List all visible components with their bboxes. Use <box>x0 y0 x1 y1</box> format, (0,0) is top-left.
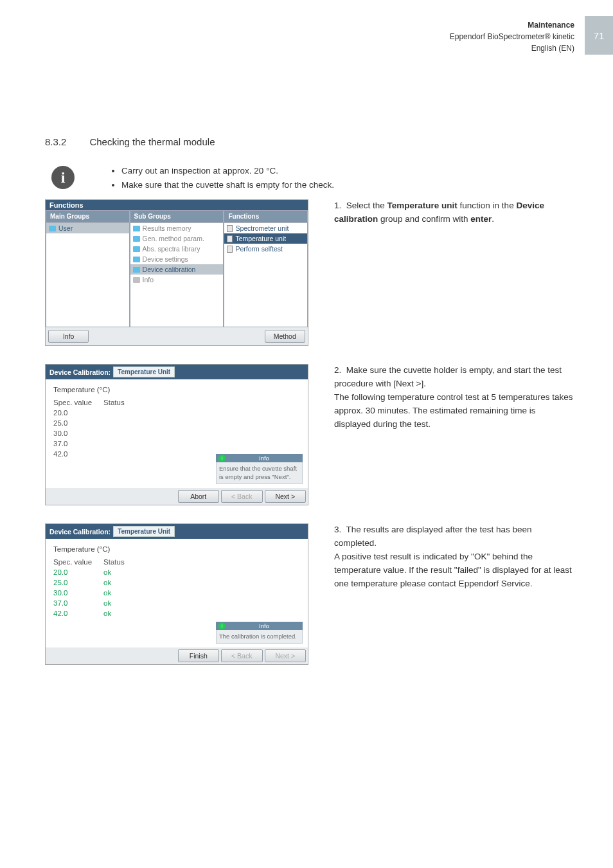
sc1-title: Functions <box>46 200 308 210</box>
func-spectrometer[interactable]: Spectrometer unit <box>224 223 307 233</box>
note-bullets: Carry out an inspection at approx. 20 °C… <box>112 164 334 192</box>
file-icon <box>227 246 233 253</box>
folder-icon <box>133 267 140 273</box>
info-badge-icon: i <box>218 455 226 462</box>
sub-info[interactable]: Info <box>130 275 224 285</box>
info-badge-icon: i <box>218 622 226 629</box>
header-line3: English (EN) <box>450 42 574 54</box>
tab-temp-unit[interactable]: Temperature Unit <box>113 526 175 537</box>
table-row: 20.0ok <box>53 567 136 577</box>
col-head-sub: Sub Groups <box>130 210 224 222</box>
folder-icon <box>133 257 140 262</box>
sub-results-memory[interactable]: Results memory <box>130 223 224 233</box>
folder-icon <box>133 226 140 231</box>
folder-icon <box>133 246 140 252</box>
header-line1: Maintenance <box>450 19 574 31</box>
func-temperature-unit[interactable]: Temperature unit <box>224 233 307 244</box>
tab-temp-unit[interactable]: Temperature Unit <box>113 366 175 377</box>
screenshot-calib-empty: Device Calibration: Temperature Unit Tem… <box>45 364 308 505</box>
section-number: 8.3.2 <box>45 136 66 147</box>
next-button[interactable]: Next > <box>265 490 306 503</box>
main-group-user[interactable]: User <box>46 223 129 233</box>
next-button: Next > <box>265 649 306 662</box>
folder-icon <box>133 236 140 242</box>
table-row: 30.0 <box>53 428 136 439</box>
step-2-text: 2. Make sure the cuvette holder is empty… <box>334 364 574 431</box>
col-head-func: Functions <box>224 210 308 222</box>
calib-head-label: Device Calibration: <box>49 528 111 536</box>
info-text: Ensure that the cuvette shaft is empty a… <box>216 462 303 484</box>
finish-button[interactable]: Finish <box>178 649 220 662</box>
folder-icon <box>133 277 140 283</box>
info-box: iInfo Ensure that the cuvette shaft is e… <box>216 454 303 484</box>
temp-header: Temperature (°C) <box>53 386 300 393</box>
table-row: 25.0 <box>53 418 136 428</box>
bullet-1: Carry out an inspection at approx. 20 °C… <box>121 164 334 178</box>
back-button: < Back <box>221 649 263 662</box>
table-row: 30.0ok <box>53 588 136 598</box>
table-row: 20.0 <box>53 408 136 418</box>
info-text: The calibration is completed. <box>216 630 303 644</box>
screenshot-calib-done: Device Calibration: Temperature Unit Tem… <box>45 523 308 665</box>
table-row: 42.0ok <box>53 608 136 619</box>
info-icon: i <box>51 166 75 189</box>
screenshot-functions: Functions Main Groups Sub Groups Functio… <box>45 199 308 346</box>
temp-table-results: Spec. valueStatus 20.0ok 25.0ok 30.0ok 3… <box>53 557 136 619</box>
sub-gen-method[interactable]: Gen. method param. <box>130 233 224 244</box>
sub-abs-spectra[interactable]: Abs. spectra library <box>130 244 224 254</box>
page-number: 71 <box>585 16 613 55</box>
section-heading: 8.3.2 Checking the thermal module <box>45 136 215 147</box>
info-box: iInfo The calibration is completed. <box>216 622 303 644</box>
section-title-text: Checking the thermal module <box>89 136 215 147</box>
info-button[interactable]: Info <box>48 330 89 343</box>
bullet-2: Make sure that the cuvette shaft is empt… <box>121 178 334 192</box>
abort-button[interactable]: Abort <box>178 490 220 503</box>
table-row: 37.0ok <box>53 598 136 608</box>
sub-device-calibration[interactable]: Device calibration <box>130 264 224 275</box>
temp-table: Spec. valueStatus 20.0 25.0 30.0 37.0 42… <box>53 397 136 459</box>
header-line2: Eppendorf BioSpectrometer® kinetic <box>450 31 574 42</box>
file-icon <box>227 235 233 242</box>
temp-header: Temperature (°C) <box>53 545 300 553</box>
back-button: < Back <box>221 490 263 503</box>
func-perform-selftest[interactable]: Perform selftest <box>224 244 307 254</box>
table-row: 42.0 <box>53 449 136 459</box>
file-icon <box>227 225 233 232</box>
step-3-text: 3. The results are displayed after the t… <box>334 523 574 591</box>
table-row: 37.0 <box>53 439 136 449</box>
col-head-main: Main Groups <box>46 210 130 222</box>
sub-device-settings[interactable]: Device settings <box>130 254 224 264</box>
page-header: Maintenance Eppendorf BioSpectrometer® k… <box>450 19 574 54</box>
step-1-text: 1. Select the Temperature unit function … <box>334 199 574 226</box>
table-row: 25.0ok <box>53 577 136 588</box>
method-button[interactable]: Method <box>265 330 305 343</box>
calib-head-label: Device Calibration: <box>49 368 111 376</box>
folder-icon <box>49 226 56 231</box>
